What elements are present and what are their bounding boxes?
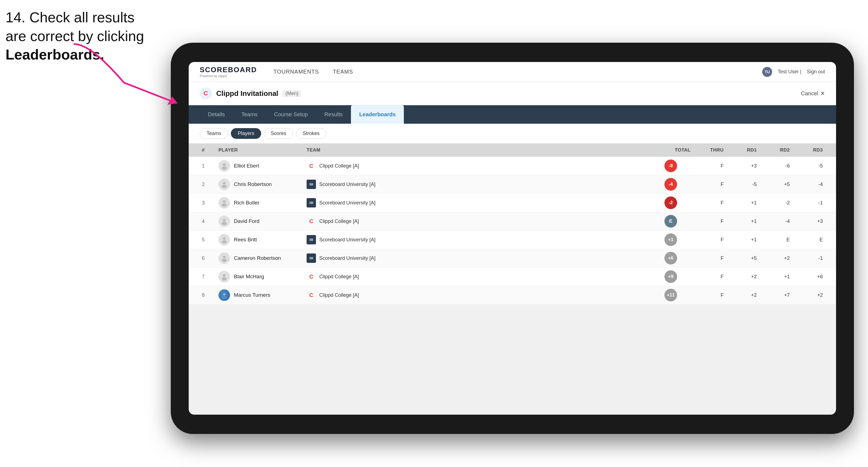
team-cell: SB Scoreboard University [A] <box>304 251 649 266</box>
rd1-cell: +2 <box>726 271 759 282</box>
rank-cell: 1 <box>200 160 216 172</box>
player-name: Marcus Turners <box>234 292 270 298</box>
filter-strokes-button[interactable]: Strokes <box>296 128 327 139</box>
svg-point-9 <box>223 237 226 240</box>
rd3-cell: -4 <box>792 179 825 190</box>
player-avatar <box>218 289 230 301</box>
rank-cell: 5 <box>200 234 216 246</box>
filter-teams-button[interactable]: Teams <box>200 128 228 139</box>
player-cell: Rees Britt <box>216 231 304 248</box>
filter-scores-button[interactable]: Scores <box>264 128 293 139</box>
rd1-cell: +3 <box>726 160 759 172</box>
col-rd1: RD1 <box>726 144 759 157</box>
sign-out-button[interactable]: Sign out <box>807 69 825 75</box>
table-row: 5 Rees Britt SB Scoreboard University [A… <box>189 230 836 249</box>
svg-point-12 <box>222 259 227 262</box>
logo-sub: Powered by clippd <box>200 74 257 78</box>
team-cell: C Clippd College [A] <box>304 158 649 173</box>
player-avatar <box>218 271 230 282</box>
rank-cell: 7 <box>200 271 216 282</box>
player-avatar <box>218 252 230 264</box>
rd2-cell: -6 <box>759 160 792 172</box>
team-cell: C Clippd College [A] <box>304 269 649 284</box>
col-total: TOTAL <box>649 144 693 157</box>
team-cell: SB Scoreboard University [A] <box>304 177 649 192</box>
rd3-cell: +2 <box>792 289 825 301</box>
team-name: Clippd College [A] <box>319 274 359 280</box>
svg-point-5 <box>223 200 226 203</box>
rd1-cell: +1 <box>726 234 759 246</box>
score-badge: +9 <box>664 270 677 283</box>
svg-point-10 <box>222 240 227 244</box>
tablet-screen: SCOREBOARD Powered by clippd TOURNAMENTS… <box>189 62 836 415</box>
total-cell: -2 <box>649 194 693 212</box>
team-logo: SB <box>307 180 316 189</box>
player-cell: David Ford <box>216 213 304 230</box>
col-thru: THRU <box>693 144 726 157</box>
tab-results[interactable]: Results <box>316 105 351 124</box>
player-avatar <box>218 215 230 227</box>
user-avatar: TU <box>762 67 772 77</box>
rank-cell: 3 <box>200 197 216 209</box>
thru-cell: F <box>693 253 726 264</box>
tab-navigation: Details Teams Course Setup Results Leade… <box>189 105 836 124</box>
tab-course-setup[interactable]: Course Setup <box>266 105 316 124</box>
nav-teams[interactable]: TEAMS <box>333 69 353 75</box>
thru-cell: F <box>693 160 726 172</box>
team-name: Clippd College [A] <box>319 163 359 169</box>
player-avatar <box>218 197 230 209</box>
score-badge: +11 <box>664 289 677 302</box>
tournament-title: Clippd Invitational <box>216 89 278 98</box>
table-row: 4 David Ford C Clippd College [A] E F +1… <box>189 212 836 230</box>
rd2-cell: -4 <box>759 216 792 227</box>
team-logo: C <box>307 217 316 226</box>
nav-tournaments[interactable]: TOURNAMENTS <box>274 69 319 75</box>
score-badge: +6 <box>664 252 677 264</box>
user-name: Test User | <box>778 69 801 75</box>
player-avatar <box>218 234 230 246</box>
team-name: Scoreboard University [A] <box>319 182 375 187</box>
total-cell: +6 <box>649 249 693 267</box>
instruction-text: 14. Check all results are correct by cli… <box>5 8 144 64</box>
team-name: Scoreboard University [A] <box>319 237 375 243</box>
player-avatar <box>218 160 230 172</box>
team-logo: C <box>307 290 316 300</box>
svg-point-8 <box>222 222 227 225</box>
score-badge: -4 <box>664 178 677 191</box>
player-cell: Elliot Ebert <box>216 157 304 175</box>
thru-cell: F <box>693 289 726 301</box>
tab-teams[interactable]: Teams <box>233 105 266 124</box>
tab-leaderboards[interactable]: Leaderboards <box>351 105 404 124</box>
filter-players-button[interactable]: Players <box>231 128 261 139</box>
col-rd2: RD2 <box>759 144 792 157</box>
thru-cell: F <box>693 271 726 282</box>
table-row: 1 Elliot Ebert C Clippd College [A] -8 F… <box>189 157 836 175</box>
rd3-cell: E <box>792 234 825 246</box>
player-name: Elliot Ebert <box>234 163 259 169</box>
rank-cell: 8 <box>200 289 216 301</box>
player-cell: Rich Butler <box>216 194 304 211</box>
rd2-cell: +1 <box>759 271 792 282</box>
svg-point-4 <box>222 185 227 188</box>
team-cell: SB Scoreboard University [A] <box>304 232 649 247</box>
svg-point-11 <box>223 256 226 258</box>
svg-point-7 <box>223 219 226 221</box>
score-badge: E <box>664 215 677 227</box>
player-avatar <box>218 179 230 190</box>
nav-links: TOURNAMENTS TEAMS <box>274 69 762 75</box>
thru-cell: F <box>693 234 726 246</box>
header-right: TU Test User | Sign out <box>762 67 825 77</box>
score-badge: -8 <box>664 159 677 172</box>
svg-point-2 <box>222 166 227 170</box>
player-cell: Chris Robertson <box>216 176 304 193</box>
tab-details[interactable]: Details <box>200 105 233 124</box>
rd1-cell: +1 <box>726 197 759 209</box>
app-header: SCOREBOARD Powered by clippd TOURNAMENTS… <box>189 62 836 82</box>
team-logo: C <box>307 161 316 170</box>
total-cell: +9 <box>649 268 693 286</box>
rd3-cell: +6 <box>792 271 825 282</box>
leaderboards-emphasis: Leaderboards. <box>5 46 104 63</box>
svg-point-13 <box>223 274 226 277</box>
cancel-button[interactable]: Cancel ✕ <box>801 90 825 97</box>
svg-point-17 <box>222 296 226 299</box>
